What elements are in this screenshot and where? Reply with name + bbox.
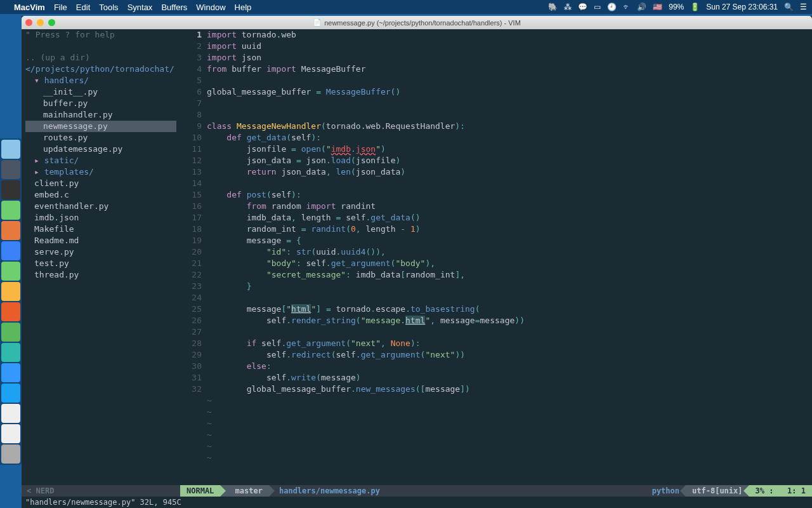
tree-item[interactable]: client.py — [25, 178, 176, 189]
messages-icon[interactable]: 💬 — [578, 3, 587, 11]
window-titlebar[interactable]: 📄 newmessage.py (~/projects/python/torna… — [22, 16, 812, 29]
tree-item[interactable]: __init__.py — [25, 86, 176, 98]
tree-item[interactable]: test.py — [25, 258, 176, 269]
tree-item[interactable]: ▸ static/ — [25, 155, 176, 166]
dock-app[interactable] — [1, 343, 20, 362]
dock-app[interactable] — [1, 444, 20, 464]
airline-statusline: NORMAL master handlers/newmessage.py pyt… — [180, 485, 812, 497]
spotlight-icon[interactable]: 🔍 — [784, 3, 794, 11]
nerdtree-updir[interactable]: .. (up a dir) — [25, 52, 176, 64]
mode-segment: NORMAL — [180, 485, 220, 497]
tree-item[interactable]: ▾ handlers/ — [25, 75, 176, 86]
flag-icon[interactable]: 🇺🇸 — [653, 3, 662, 11]
dock-app[interactable] — [1, 424, 20, 443]
tree-item[interactable]: ▸ templates/ — [25, 166, 176, 178]
menu-window[interactable]: Window — [196, 3, 225, 12]
macvim-window: 📄 newmessage.py (~/projects/python/torna… — [22, 16, 812, 508]
menu-file[interactable]: File — [54, 3, 67, 12]
window-title-text: newmessage.py (~/projects/python/tornado… — [324, 19, 521, 27]
menu-tools[interactable]: Tools — [99, 3, 118, 12]
nerdtree-statusline: < NERD — [22, 485, 180, 497]
nerdtree-help: " Press ? for help — [25, 29, 176, 41]
dock-app[interactable] — [1, 282, 20, 301]
timemachine-icon[interactable]: 🕘 — [607, 3, 617, 11]
nerdtree-panel[interactable]: " Press ? for help .. (up a dir) </proje… — [22, 29, 180, 485]
display-icon[interactable]: ▭ — [594, 3, 601, 11]
notification-center-icon[interactable]: ☰ — [800, 3, 807, 11]
menu-help[interactable]: Help — [235, 3, 252, 12]
tree-item[interactable]: Makefile — [25, 224, 176, 235]
encoding-segment: utf-8[unix] — [686, 485, 749, 497]
dock-app[interactable] — [1, 160, 20, 179]
close-traffic-light[interactable] — [25, 19, 32, 26]
menu-buffers[interactable]: Buffers — [161, 3, 187, 12]
clock[interactable]: Sun 27 Sep 23:06:31 — [706, 3, 778, 11]
dock-app[interactable] — [1, 201, 20, 220]
code-editor[interactable]: import tornado.webimport uuidimport json… — [207, 29, 812, 485]
menubar-extra-icon[interactable]: ⁂ — [564, 3, 572, 11]
dock-app[interactable] — [1, 384, 20, 403]
tree-item[interactable]: imdb.json — [25, 212, 176, 224]
dock-app[interactable] — [1, 323, 20, 342]
dock-app[interactable] — [1, 302, 20, 321]
dock-app[interactable] — [1, 221, 20, 240]
battery-percent[interactable]: 99% — [669, 3, 684, 11]
tree-item[interactable]: newmessage.py — [25, 121, 176, 132]
filename-segment: handlers/newmessage.py — [269, 485, 646, 497]
minimize-traffic-light[interactable] — [37, 19, 44, 26]
nerdtree-root[interactable]: </projects/python/tornadochat/ — [25, 64, 176, 75]
dock-app[interactable] — [1, 241, 20, 260]
tree-item[interactable]: serve.py — [25, 246, 176, 258]
tree-item[interactable]: thread.py — [25, 269, 176, 281]
position-segment: 3% : 1: 1 — [749, 485, 812, 497]
battery-icon[interactable]: 🔋 — [690, 3, 700, 11]
wifi-icon[interactable]: ᯤ — [623, 3, 631, 11]
tree-item[interactable]: eventhandler.py — [25, 201, 176, 212]
tree-item[interactable]: buffer.py — [25, 98, 176, 109]
git-branch-segment: master — [220, 485, 269, 497]
tree-item[interactable]: routes.py — [25, 132, 176, 144]
line-number-gutter: 1234567891011121314151617181920212223242… — [180, 29, 207, 485]
app-name[interactable]: MacVim — [14, 3, 45, 12]
evernote-icon[interactable]: 🐘 — [548, 3, 558, 11]
dock-app[interactable] — [1, 404, 20, 423]
tree-item[interactable]: updatemessage.py — [25, 144, 176, 155]
zoom-traffic-light[interactable] — [48, 19, 55, 26]
command-line[interactable]: "handlers/newmessage.py" 32L, 945C — [22, 497, 812, 508]
tree-item[interactable]: embed.c — [25, 189, 176, 201]
dock-app[interactable] — [1, 363, 20, 382]
menu-syntax[interactable]: Syntax — [128, 3, 153, 12]
dock-app[interactable] — [1, 180, 20, 199]
macos-menubar: MacVim File Edit Tools Syntax Buffers Wi… — [0, 0, 812, 14]
dock — [0, 138, 22, 465]
menu-edit[interactable]: Edit — [76, 3, 90, 12]
volume-icon[interactable]: 🔊 — [637, 3, 646, 11]
dock-app[interactable] — [1, 262, 20, 281]
document-icon: 📄 — [313, 18, 322, 27]
dock-app[interactable] — [1, 140, 20, 159]
tree-item[interactable]: Readme.md — [25, 235, 176, 246]
tree-item[interactable]: mainhandler.py — [25, 109, 176, 121]
